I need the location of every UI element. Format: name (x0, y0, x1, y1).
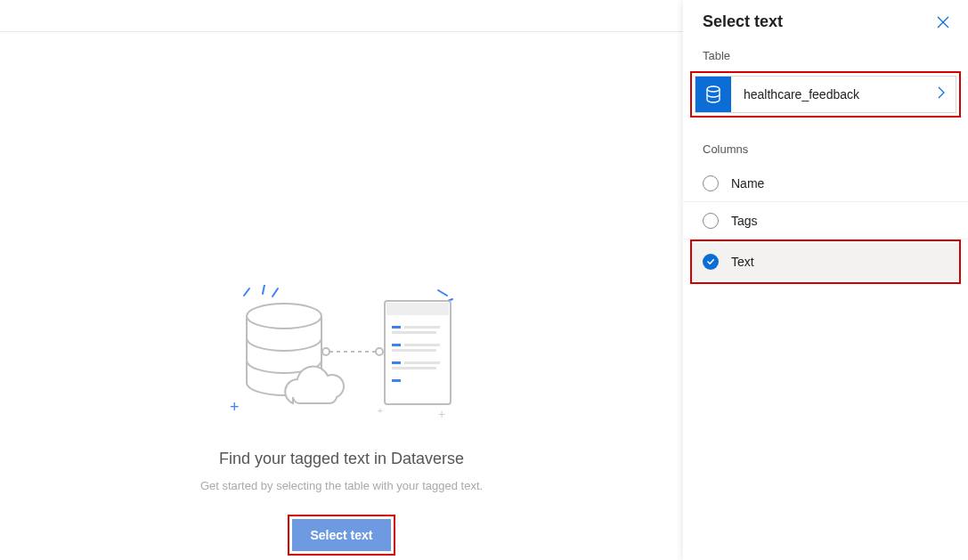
svg-line-3 (438, 290, 447, 296)
radio-unchecked-icon (703, 175, 719, 191)
column-label: Text (731, 255, 754, 269)
dataverse-illustration: + + + (217, 285, 467, 427)
svg-text:+: + (230, 398, 240, 416)
svg-rect-18 (404, 344, 440, 346)
select-text-button[interactable]: Select text (292, 519, 390, 551)
panel-title: Select text (703, 12, 783, 31)
svg-rect-19 (392, 349, 436, 352)
table-selector-highlight: healthcare_feedback (690, 71, 961, 118)
column-row-text[interactable]: Text (692, 243, 959, 280)
svg-point-26 (707, 86, 720, 92)
svg-rect-23 (392, 379, 401, 382)
table-icon (695, 77, 731, 112)
column-label: Name (731, 176, 764, 191)
select-text-panel: Select text Table healthcare_feedback Co… (683, 0, 968, 560)
svg-point-9 (322, 348, 329, 355)
svg-rect-13 (386, 303, 449, 315)
columns-section-label: Columns (683, 134, 968, 165)
svg-rect-14 (392, 326, 401, 329)
close-icon[interactable] (934, 13, 952, 31)
table-selector[interactable]: healthcare_feedback (695, 76, 956, 113)
svg-text:+: + (378, 406, 383, 416)
svg-line-0 (244, 288, 249, 296)
radio-checked-icon (703, 254, 719, 270)
column-label: Tags (731, 214, 758, 228)
main-area: + + + (0, 0, 683, 560)
svg-line-2 (273, 288, 278, 296)
main-subheading: Get started by selecting the table with … (0, 479, 683, 492)
svg-line-1 (263, 285, 264, 294)
svg-rect-20 (392, 361, 401, 364)
svg-rect-22 (392, 367, 436, 369)
table-section-label: Table (683, 40, 968, 71)
svg-rect-12 (385, 301, 451, 404)
column-row-tags[interactable]: Tags (683, 202, 968, 239)
svg-rect-16 (392, 331, 436, 334)
svg-rect-17 (392, 344, 401, 346)
select-text-button-highlight: Select text (288, 515, 395, 556)
column-row-name[interactable]: Name (683, 165, 968, 202)
chevron-right-icon (938, 86, 956, 102)
svg-point-11 (376, 348, 383, 355)
radio-unchecked-icon (703, 213, 719, 229)
main-heading: Find your tagged text in Dataverse (0, 450, 683, 468)
svg-rect-15 (404, 326, 440, 329)
table-name: healthcare_feedback (731, 87, 938, 101)
column-row-text-highlight: Text (690, 239, 961, 284)
svg-point-8 (247, 304, 321, 329)
svg-rect-21 (404, 361, 440, 364)
svg-text:+: + (438, 407, 445, 421)
